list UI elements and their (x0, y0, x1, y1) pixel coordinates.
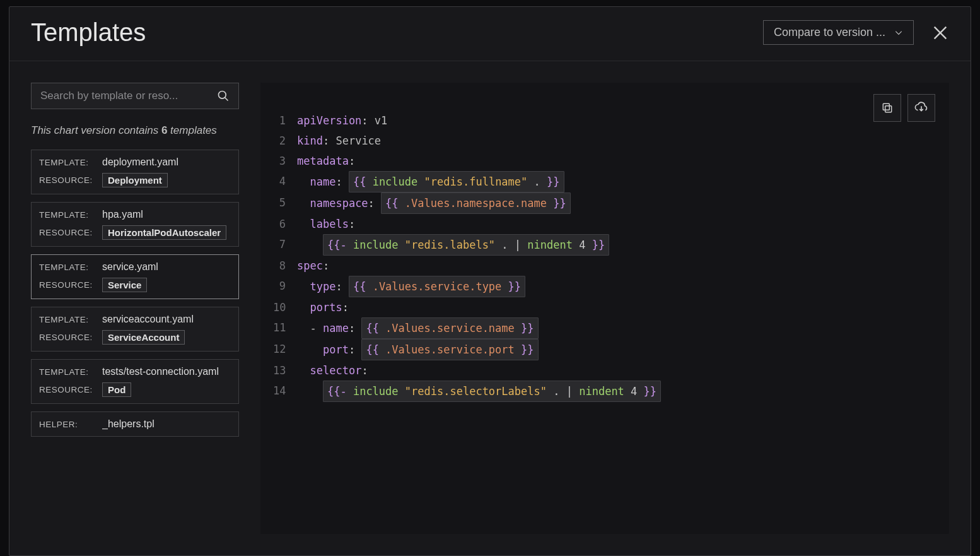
svg-line-3 (225, 98, 228, 101)
code-line: 4 name: {{ include "redis.fullname" . }} (273, 171, 936, 192)
code-line: 3metadata: (273, 151, 936, 171)
search-box[interactable] (31, 83, 239, 109)
code-content: metadata: (297, 151, 355, 171)
template-filename: serviceaccount.yaml (102, 314, 194, 325)
code-panel: 1apiVersion: v12kind: Service3metadata:4… (260, 83, 949, 534)
line-number: 13 (273, 360, 297, 381)
template-expression: {{ .Values.service.type }} (349, 276, 525, 297)
template-card[interactable]: HELPER:_helpers.tpl (31, 411, 239, 437)
close-icon (931, 24, 949, 42)
card-label: TEMPLATE: (39, 210, 91, 220)
close-button[interactable] (931, 24, 949, 42)
code-content: spec: (297, 256, 329, 276)
template-expression: {{ .Values.namespace.name }} (381, 192, 571, 214)
code-content: labels: (297, 214, 355, 234)
template-filename: service.yaml (102, 261, 158, 273)
template-expression: {{- include "redis.labels" . | nindent 4… (323, 234, 609, 256)
svg-rect-4 (885, 106, 892, 112)
code-content: name: {{ include "redis.fullname" . }} (297, 171, 564, 192)
code-content: {{- include "redis.selectorLabels" . | n… (297, 381, 661, 402)
compare-version-select[interactable]: Compare to version ... (763, 20, 914, 45)
card-label: RESOURCE: (39, 333, 91, 342)
template-card[interactable]: TEMPLATE:serviceaccount.yamlRESOURCE:Ser… (31, 307, 239, 352)
download-cloud-icon (914, 101, 928, 115)
page-title: Templates (31, 18, 146, 47)
template-filename: deployment.yaml (102, 157, 178, 168)
line-number: 8 (273, 256, 297, 276)
template-count-summary: This chart version contains 6 templates (31, 124, 239, 137)
code-content: port: {{ .Values.service.port }} (297, 339, 539, 360)
code-line: 9 type: {{ .Values.service.type }} (273, 276, 936, 297)
code-line: 10 ports: (273, 297, 936, 317)
template-filename: _helpers.tpl (102, 418, 155, 430)
code-content: type: {{ .Values.service.type }} (297, 276, 525, 297)
line-number: 12 (273, 339, 297, 359)
line-number: 7 (273, 234, 297, 254)
resource-badge: ServiceAccount (102, 330, 185, 345)
download-button[interactable] (907, 94, 935, 122)
template-filename: hpa.yaml (102, 209, 143, 220)
code-line: 6 labels: (273, 214, 936, 234)
card-label: TEMPLATE: (39, 263, 91, 272)
card-label: TEMPLATE: (39, 158, 91, 167)
line-number: 11 (273, 317, 297, 338)
template-card[interactable]: TEMPLATE:hpa.yamlRESOURCE:HorizontalPodA… (31, 202, 239, 247)
code-content: - name: {{ .Values.service.name }} (297, 317, 539, 339)
search-input[interactable] (40, 90, 211, 102)
templates-dialog: Templates Compare to version ... This ch… (9, 6, 971, 556)
dialog-body: This chart version contains 6 templates … (9, 61, 971, 555)
template-expression: {{ include "redis.fullname" . }} (349, 171, 564, 192)
code-actions (873, 94, 935, 122)
card-label: TEMPLATE: (39, 367, 91, 377)
resource-badge: Pod (102, 382, 131, 397)
code-content: namespace: {{ .Values.namespace.name }} (297, 192, 571, 214)
template-expression: {{ .Values.service.name }} (361, 317, 538, 339)
code-line: 1apiVersion: v1 (273, 110, 936, 131)
template-expression: {{- include "redis.selectorLabels" . | n… (323, 381, 661, 402)
dialog-header: Templates Compare to version ... (9, 7, 971, 61)
card-label: RESOURCE: (39, 280, 91, 290)
copy-button[interactable] (873, 94, 901, 122)
code-line: 14 {{- include "redis.selectorLabels" . … (273, 381, 936, 402)
code-line: 2kind: Service (273, 131, 936, 151)
template-card[interactable]: TEMPLATE:service.yamlRESOURCE:Service (31, 254, 239, 299)
resource-badge: HorizontalPodAutoscaler (102, 225, 226, 240)
svg-point-2 (219, 92, 226, 99)
search-icon (217, 90, 230, 102)
card-label: RESOURCE: (39, 385, 91, 394)
code-content: ports: (297, 297, 349, 317)
line-number: 3 (273, 151, 297, 171)
code-line: 8spec: (273, 256, 936, 276)
code-content: kind: Service (297, 131, 381, 151)
code-line: 7 {{- include "redis.labels" . | nindent… (273, 234, 936, 256)
code-line: 11 - name: {{ .Values.service.name }} (273, 317, 936, 339)
card-label: HELPER: (39, 420, 91, 429)
code-line: 5 namespace: {{ .Values.namespace.name }… (273, 192, 936, 214)
resource-badge: Service (102, 278, 147, 292)
line-number: 2 (273, 131, 297, 151)
template-expression: {{ .Values.service.port }} (361, 339, 538, 360)
code-content: selector: (297, 360, 368, 381)
template-card[interactable]: TEMPLATE:deployment.yamlRESOURCE:Deploym… (31, 150, 239, 194)
code-line: 13 selector: (273, 360, 936, 381)
template-filename: tests/test-connection.yaml (102, 366, 219, 377)
line-number: 4 (273, 171, 297, 191)
line-number: 10 (273, 297, 297, 317)
copy-icon (881, 102, 894, 114)
line-number: 1 (273, 110, 297, 131)
template-card[interactable]: TEMPLATE:tests/test-connection.yamlRESOU… (31, 359, 239, 404)
code-viewer[interactable]: 1apiVersion: v12kind: Service3metadata:4… (260, 83, 949, 534)
compare-version-label: Compare to version ... (774, 26, 885, 39)
code-line: 12 port: {{ .Values.service.port }} (273, 339, 936, 360)
chevron-down-icon (894, 28, 903, 37)
line-number: 9 (273, 276, 297, 296)
card-label: TEMPLATE: (39, 315, 91, 324)
card-label: RESOURCE: (39, 228, 91, 237)
code-content: apiVersion: v1 (297, 110, 387, 131)
card-label: RESOURCE: (39, 175, 91, 185)
code-content: {{- include "redis.labels" . | nindent 4… (297, 234, 609, 256)
line-number: 6 (273, 214, 297, 234)
template-list: TEMPLATE:deployment.yamlRESOURCE:Deploym… (31, 150, 239, 437)
resource-badge: Deployment (102, 173, 168, 187)
line-number: 14 (273, 381, 297, 401)
